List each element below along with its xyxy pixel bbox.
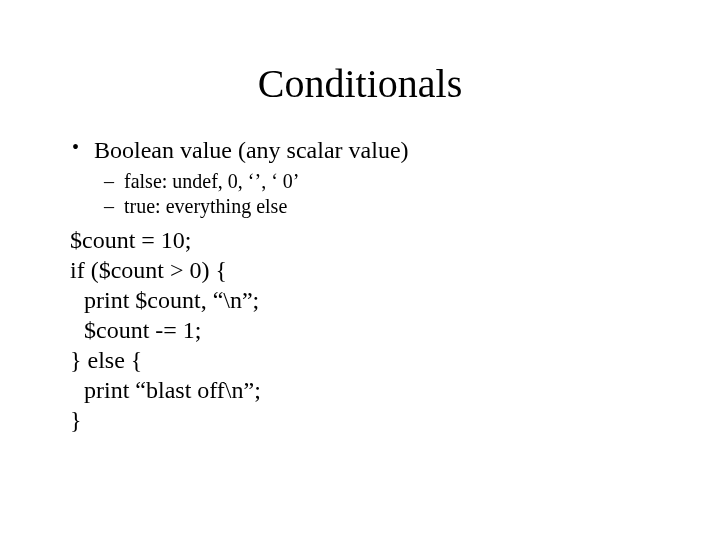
bullet-level1: Boolean value (any scalar value) — [70, 135, 680, 165]
code-line: $count = 10; — [70, 225, 680, 255]
code-line: if ($count > 0) { — [70, 255, 680, 285]
code-block: $count = 10; if ($count > 0) { print $co… — [70, 225, 680, 435]
code-line: print $count, “\n”; — [84, 285, 680, 315]
code-line: } else { — [70, 345, 680, 375]
slide: Conditionals Boolean value (any scalar v… — [0, 60, 720, 540]
slide-title: Conditionals — [0, 60, 720, 107]
bullet-level2: false: undef, 0, ‘’, ‘ 0’ — [104, 169, 680, 194]
slide-body: Boolean value (any scalar value) false: … — [70, 135, 680, 435]
code-line: print “blast off\n”; — [84, 375, 680, 405]
code-line: } — [70, 405, 680, 435]
bullet-level2: true: everything else — [104, 194, 680, 219]
code-line: $count -= 1; — [84, 315, 680, 345]
